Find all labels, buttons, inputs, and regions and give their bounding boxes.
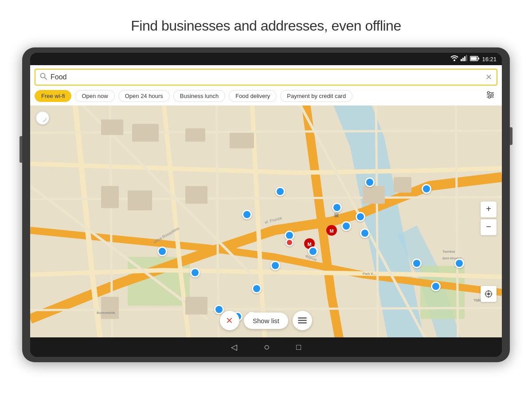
svg-rect-2 xyxy=(462,58,464,61)
chip-free-wifi[interactable]: Free wi-fi xyxy=(35,90,71,102)
map-controls: + − xyxy=(481,201,497,235)
svg-rect-22 xyxy=(132,124,159,142)
svg-rect-24 xyxy=(230,133,254,149)
home-nav-button[interactable]: ○ xyxy=(264,341,270,353)
svg-point-46 xyxy=(487,293,490,295)
map-area[interactable]: M M 🏛 ulitsa Rossolimo ul. Frunze Фрунзе… xyxy=(30,106,502,337)
svg-rect-26 xyxy=(128,191,152,211)
svg-point-13 xyxy=(488,92,490,94)
svg-rect-21 xyxy=(101,120,123,135)
svg-rect-23 xyxy=(185,129,205,142)
svg-rect-1 xyxy=(461,59,462,61)
search-input-value: Food xyxy=(51,73,485,81)
chip-payment-credit[interactable]: Payment by credit card xyxy=(280,90,352,102)
svg-rect-48 xyxy=(298,317,307,319)
svg-rect-49 xyxy=(298,320,307,321)
battery-icon xyxy=(470,55,480,63)
chip-food-delivery[interactable]: Food delivery xyxy=(229,90,277,102)
svg-text:Tsentral: Tsentral xyxy=(442,250,455,254)
svg-point-0 xyxy=(454,59,455,61)
svg-point-14 xyxy=(491,94,493,96)
app-content: Food ✕ Free wi-fi Open now Open 24 hours… xyxy=(30,65,502,337)
svg-rect-3 xyxy=(464,56,466,61)
svg-point-45 xyxy=(39,114,46,121)
svg-rect-29 xyxy=(394,177,411,193)
map-canvas: M M 🏛 ulitsa Rossolimo ul. Frunze Фрунзе… xyxy=(30,106,502,337)
filter-settings-button[interactable] xyxy=(483,89,497,103)
svg-text:🏛: 🏛 xyxy=(334,212,339,219)
filter-chips: Free wi-fi Open now Open 24 hours Busine… xyxy=(30,86,502,106)
chip-business-lunch[interactable]: Business lunch xyxy=(173,90,225,102)
svg-rect-31 xyxy=(185,297,207,315)
my-location-button[interactable] xyxy=(481,286,497,302)
svg-text:dom khudoz...: dom khudoz... xyxy=(442,256,465,260)
nav-bar: ◁ ○ □ xyxy=(30,337,502,357)
chip-open-24[interactable]: Open 24 hours xyxy=(118,90,170,102)
page-title: Find businesses and addresses, even offl… xyxy=(0,0,532,47)
svg-text:Park K...: Park K... xyxy=(363,272,376,276)
svg-rect-25 xyxy=(101,186,119,208)
show-list-button[interactable]: Show list xyxy=(244,313,288,329)
svg-rect-30 xyxy=(101,297,119,319)
back-nav-button[interactable]: ◁ xyxy=(231,342,237,352)
zoom-out-button[interactable]: − xyxy=(481,219,497,235)
status-bar: 16:21 xyxy=(30,53,502,65)
menu-button[interactable] xyxy=(293,311,312,330)
svg-rect-27 xyxy=(185,186,207,204)
svg-line-9 xyxy=(45,78,47,80)
svg-text:Burevestnik: Burevestnik xyxy=(97,311,116,315)
search-clear-button[interactable]: ✕ xyxy=(485,72,492,82)
search-input-wrapper[interactable]: Food ✕ xyxy=(35,69,497,86)
status-icons: 16:21 xyxy=(450,55,497,63)
svg-rect-4 xyxy=(466,55,467,61)
search-bar: Food ✕ xyxy=(30,65,502,86)
signal-icon xyxy=(461,55,468,63)
svg-rect-6 xyxy=(471,57,477,60)
svg-rect-50 xyxy=(298,322,307,324)
search-icon xyxy=(40,73,47,82)
cancel-button[interactable]: ✕ xyxy=(220,311,239,330)
svg-point-15 xyxy=(489,96,491,98)
tablet-frame: 16:21 Food ✕ Fre xyxy=(22,47,510,362)
bottom-bar: ✕ Show list xyxy=(220,311,312,330)
recents-nav-button[interactable]: □ xyxy=(296,343,301,352)
chip-open-now[interactable]: Open now xyxy=(75,90,114,102)
wifi-icon xyxy=(450,55,458,63)
zoom-in-button[interactable]: + xyxy=(481,201,497,217)
tablet-screen: 16:21 Food ✕ Fre xyxy=(30,53,502,357)
compass-indicator xyxy=(35,111,50,125)
status-time: 16:21 xyxy=(482,56,497,63)
svg-text:M: M xyxy=(307,242,311,247)
svg-text:M: M xyxy=(329,228,333,234)
svg-rect-7 xyxy=(478,58,479,59)
svg-rect-28 xyxy=(363,186,385,204)
map-svg: M M 🏛 ulitsa Rossolimo ul. Frunze Фрунзе… xyxy=(30,106,502,337)
